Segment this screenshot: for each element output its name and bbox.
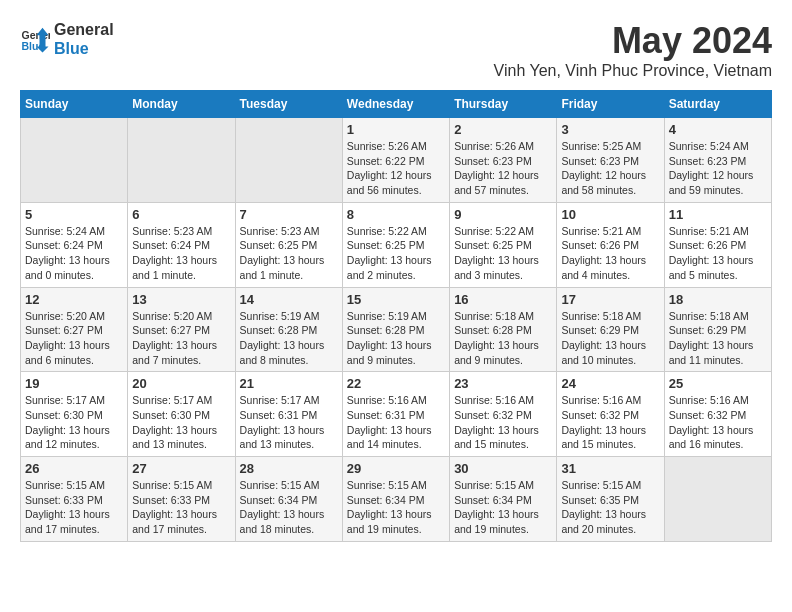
day-number: 4 — [669, 122, 767, 137]
calendar-week-row: 1Sunrise: 5:26 AMSunset: 6:22 PMDaylight… — [21, 118, 772, 203]
calendar-day-cell — [664, 457, 771, 542]
calendar-day-cell: 22Sunrise: 5:16 AMSunset: 6:31 PMDayligh… — [342, 372, 449, 457]
calendar-day-cell: 26Sunrise: 5:15 AMSunset: 6:33 PMDayligh… — [21, 457, 128, 542]
calendar-day-cell: 7Sunrise: 5:23 AMSunset: 6:25 PMDaylight… — [235, 202, 342, 287]
day-info: Sunrise: 5:17 AMSunset: 6:31 PMDaylight:… — [240, 393, 338, 452]
day-number: 2 — [454, 122, 552, 137]
calendar-day-cell: 9Sunrise: 5:22 AMSunset: 6:25 PMDaylight… — [450, 202, 557, 287]
main-title: May 2024 — [494, 20, 772, 62]
day-info: Sunrise: 5:15 AMSunset: 6:35 PMDaylight:… — [561, 478, 659, 537]
day-number: 26 — [25, 461, 123, 476]
calendar-week-row: 5Sunrise: 5:24 AMSunset: 6:24 PMDaylight… — [21, 202, 772, 287]
calendar-day-cell: 4Sunrise: 5:24 AMSunset: 6:23 PMDaylight… — [664, 118, 771, 203]
day-info: Sunrise: 5:26 AMSunset: 6:23 PMDaylight:… — [454, 139, 552, 198]
calendar-day-cell: 31Sunrise: 5:15 AMSunset: 6:35 PMDayligh… — [557, 457, 664, 542]
day-number: 6 — [132, 207, 230, 222]
day-number: 22 — [347, 376, 445, 391]
day-info: Sunrise: 5:15 AMSunset: 6:33 PMDaylight:… — [132, 478, 230, 537]
day-info: Sunrise: 5:17 AMSunset: 6:30 PMDaylight:… — [132, 393, 230, 452]
calendar-day-cell — [21, 118, 128, 203]
calendar-day-cell: 11Sunrise: 5:21 AMSunset: 6:26 PMDayligh… — [664, 202, 771, 287]
day-number: 5 — [25, 207, 123, 222]
day-info: Sunrise: 5:21 AMSunset: 6:26 PMDaylight:… — [561, 224, 659, 283]
day-of-week-header: Monday — [128, 91, 235, 118]
day-number: 10 — [561, 207, 659, 222]
day-number: 8 — [347, 207, 445, 222]
day-info: Sunrise: 5:16 AMSunset: 6:31 PMDaylight:… — [347, 393, 445, 452]
logo: General Blue General Blue — [20, 20, 114, 58]
day-info: Sunrise: 5:16 AMSunset: 6:32 PMDaylight:… — [454, 393, 552, 452]
day-info: Sunrise: 5:25 AMSunset: 6:23 PMDaylight:… — [561, 139, 659, 198]
day-of-week-header: Sunday — [21, 91, 128, 118]
day-info: Sunrise: 5:15 AMSunset: 6:34 PMDaylight:… — [347, 478, 445, 537]
logo-text-blue: Blue — [54, 39, 114, 58]
day-number: 20 — [132, 376, 230, 391]
day-info: Sunrise: 5:16 AMSunset: 6:32 PMDaylight:… — [561, 393, 659, 452]
calendar-day-cell — [235, 118, 342, 203]
calendar-day-cell: 10Sunrise: 5:21 AMSunset: 6:26 PMDayligh… — [557, 202, 664, 287]
calendar-day-cell: 23Sunrise: 5:16 AMSunset: 6:32 PMDayligh… — [450, 372, 557, 457]
day-info: Sunrise: 5:17 AMSunset: 6:30 PMDaylight:… — [25, 393, 123, 452]
day-number: 13 — [132, 292, 230, 307]
calendar-day-cell: 15Sunrise: 5:19 AMSunset: 6:28 PMDayligh… — [342, 287, 449, 372]
day-of-week-header: Saturday — [664, 91, 771, 118]
calendar-day-cell: 25Sunrise: 5:16 AMSunset: 6:32 PMDayligh… — [664, 372, 771, 457]
day-number: 30 — [454, 461, 552, 476]
calendar-week-row: 12Sunrise: 5:20 AMSunset: 6:27 PMDayligh… — [21, 287, 772, 372]
day-number: 14 — [240, 292, 338, 307]
day-number: 31 — [561, 461, 659, 476]
day-number: 23 — [454, 376, 552, 391]
day-number: 15 — [347, 292, 445, 307]
logo-text-general: General — [54, 20, 114, 39]
day-number: 1 — [347, 122, 445, 137]
calendar-header-row: SundayMondayTuesdayWednesdayThursdayFrid… — [21, 91, 772, 118]
day-info: Sunrise: 5:15 AMSunset: 6:34 PMDaylight:… — [454, 478, 552, 537]
calendar-day-cell: 17Sunrise: 5:18 AMSunset: 6:29 PMDayligh… — [557, 287, 664, 372]
day-number: 19 — [25, 376, 123, 391]
day-info: Sunrise: 5:21 AMSunset: 6:26 PMDaylight:… — [669, 224, 767, 283]
calendar-table: SundayMondayTuesdayWednesdayThursdayFrid… — [20, 90, 772, 542]
calendar-day-cell: 30Sunrise: 5:15 AMSunset: 6:34 PMDayligh… — [450, 457, 557, 542]
calendar-day-cell: 12Sunrise: 5:20 AMSunset: 6:27 PMDayligh… — [21, 287, 128, 372]
calendar-week-row: 19Sunrise: 5:17 AMSunset: 6:30 PMDayligh… — [21, 372, 772, 457]
calendar-day-cell: 5Sunrise: 5:24 AMSunset: 6:24 PMDaylight… — [21, 202, 128, 287]
day-info: Sunrise: 5:15 AMSunset: 6:33 PMDaylight:… — [25, 478, 123, 537]
day-info: Sunrise: 5:20 AMSunset: 6:27 PMDaylight:… — [25, 309, 123, 368]
title-block: May 2024 Vinh Yen, Vinh Phuc Province, V… — [494, 20, 772, 80]
day-number: 18 — [669, 292, 767, 307]
calendar-day-cell: 19Sunrise: 5:17 AMSunset: 6:30 PMDayligh… — [21, 372, 128, 457]
calendar-body: 1Sunrise: 5:26 AMSunset: 6:22 PMDaylight… — [21, 118, 772, 542]
day-info: Sunrise: 5:18 AMSunset: 6:29 PMDaylight:… — [669, 309, 767, 368]
day-info: Sunrise: 5:19 AMSunset: 6:28 PMDaylight:… — [347, 309, 445, 368]
day-info: Sunrise: 5:23 AMSunset: 6:25 PMDaylight:… — [240, 224, 338, 283]
calendar-day-cell: 8Sunrise: 5:22 AMSunset: 6:25 PMDaylight… — [342, 202, 449, 287]
day-number: 21 — [240, 376, 338, 391]
day-info: Sunrise: 5:16 AMSunset: 6:32 PMDaylight:… — [669, 393, 767, 452]
calendar-day-cell: 27Sunrise: 5:15 AMSunset: 6:33 PMDayligh… — [128, 457, 235, 542]
calendar-day-cell: 6Sunrise: 5:23 AMSunset: 6:24 PMDaylight… — [128, 202, 235, 287]
day-info: Sunrise: 5:18 AMSunset: 6:28 PMDaylight:… — [454, 309, 552, 368]
day-info: Sunrise: 5:24 AMSunset: 6:23 PMDaylight:… — [669, 139, 767, 198]
day-info: Sunrise: 5:22 AMSunset: 6:25 PMDaylight:… — [347, 224, 445, 283]
day-info: Sunrise: 5:22 AMSunset: 6:25 PMDaylight:… — [454, 224, 552, 283]
calendar-day-cell: 29Sunrise: 5:15 AMSunset: 6:34 PMDayligh… — [342, 457, 449, 542]
calendar-day-cell: 13Sunrise: 5:20 AMSunset: 6:27 PMDayligh… — [128, 287, 235, 372]
day-of-week-header: Tuesday — [235, 91, 342, 118]
day-of-week-header: Wednesday — [342, 91, 449, 118]
calendar-day-cell: 2Sunrise: 5:26 AMSunset: 6:23 PMDaylight… — [450, 118, 557, 203]
day-number: 12 — [25, 292, 123, 307]
day-info: Sunrise: 5:26 AMSunset: 6:22 PMDaylight:… — [347, 139, 445, 198]
logo-icon: General Blue — [20, 24, 50, 54]
day-info: Sunrise: 5:19 AMSunset: 6:28 PMDaylight:… — [240, 309, 338, 368]
day-info: Sunrise: 5:20 AMSunset: 6:27 PMDaylight:… — [132, 309, 230, 368]
calendar-day-cell: 20Sunrise: 5:17 AMSunset: 6:30 PMDayligh… — [128, 372, 235, 457]
calendar-day-cell: 28Sunrise: 5:15 AMSunset: 6:34 PMDayligh… — [235, 457, 342, 542]
calendar-day-cell: 24Sunrise: 5:16 AMSunset: 6:32 PMDayligh… — [557, 372, 664, 457]
calendar-day-cell: 18Sunrise: 5:18 AMSunset: 6:29 PMDayligh… — [664, 287, 771, 372]
subtitle: Vinh Yen, Vinh Phuc Province, Vietnam — [494, 62, 772, 80]
day-of-week-header: Friday — [557, 91, 664, 118]
day-number: 24 — [561, 376, 659, 391]
day-number: 25 — [669, 376, 767, 391]
day-info: Sunrise: 5:24 AMSunset: 6:24 PMDaylight:… — [25, 224, 123, 283]
calendar-day-cell: 21Sunrise: 5:17 AMSunset: 6:31 PMDayligh… — [235, 372, 342, 457]
